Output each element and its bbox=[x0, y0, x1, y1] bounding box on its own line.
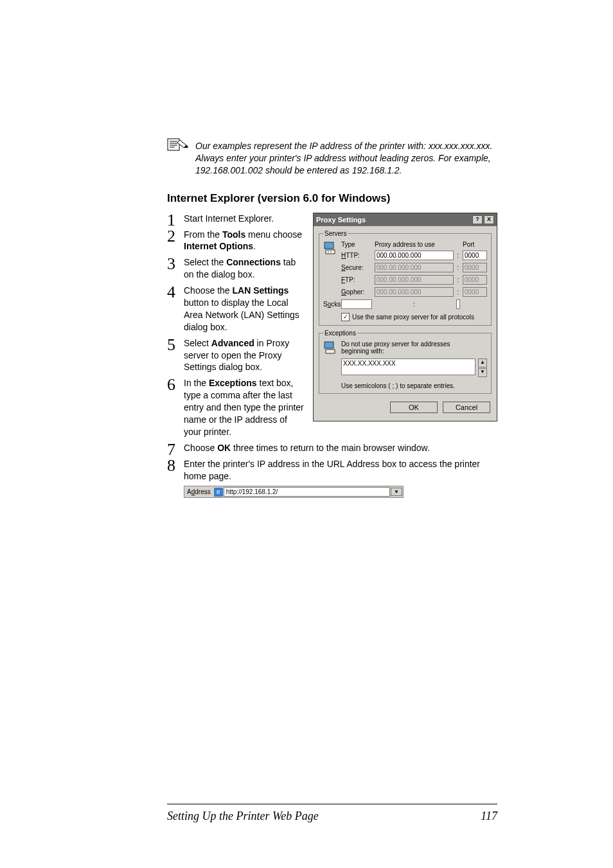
same-proxy-label: Use the same proxy server for all protoc… bbox=[352, 314, 474, 321]
ie-page-icon: e bbox=[214, 488, 223, 497]
exceptions-legend: Exceptions bbox=[323, 330, 357, 337]
svg-point-10 bbox=[330, 251, 332, 252]
svg-rect-7 bbox=[324, 242, 333, 249]
address-label: Address bbox=[184, 487, 213, 497]
step-7: Choose OK three times to return to the m… bbox=[167, 442, 497, 454]
note-block: Our examples represent the IP address of… bbox=[167, 140, 497, 177]
svg-rect-0 bbox=[168, 139, 179, 150]
help-button[interactable]: ? bbox=[472, 215, 483, 224]
note-pencil-icon bbox=[167, 137, 189, 154]
servers-group: Servers Type Proxy address to use bbox=[319, 230, 492, 326]
ftp-label: FTP: bbox=[341, 276, 372, 283]
step-6: In the Exceptions text box, type a comma… bbox=[167, 377, 304, 438]
scroll-up-icon[interactable]: ▲ bbox=[478, 359, 487, 368]
gopher-address-input bbox=[375, 287, 454, 297]
gopher-label: Gopher: bbox=[341, 288, 372, 296]
exceptions-textarea[interactable] bbox=[341, 359, 475, 375]
proxy-title-text: Proxy Settings bbox=[316, 216, 366, 224]
scroll-down-icon[interactable]: ▼ bbox=[478, 368, 487, 377]
same-proxy-checkbox[interactable]: ✓ bbox=[341, 313, 350, 321]
footer-title: Setting Up the Printer Web Page bbox=[167, 810, 319, 823]
step-2: From the Tools menu choose Internet Opti… bbox=[167, 229, 304, 253]
step-1: Start Internet Explorer. bbox=[167, 213, 304, 225]
svg-point-9 bbox=[328, 251, 329, 252]
proxy-settings-window: Proxy Settings ? X Servers bbox=[313, 213, 497, 421]
exceptions-group: Exceptions Do not use proxy server for a… bbox=[319, 330, 492, 394]
separator-note: Use semicolons ( ; ) to separate entries… bbox=[341, 380, 475, 389]
step-3: Select the Connections tab on the dialog… bbox=[167, 256, 304, 281]
address-url-input[interactable]: http://192.168.1.2/ bbox=[224, 487, 390, 497]
exceptions-label: Do not use proxy server for addresses be… bbox=[341, 341, 475, 355]
http-label: HTTP: bbox=[341, 252, 372, 259]
address-dropdown-icon[interactable]: ▼ bbox=[391, 488, 402, 496]
servers-legend: Servers bbox=[323, 230, 348, 237]
proxy-titlebar: Proxy Settings ? X bbox=[314, 213, 497, 226]
servers-icon bbox=[323, 241, 339, 255]
gopher-port-input bbox=[463, 287, 487, 297]
secure-label: Secure: bbox=[341, 264, 372, 271]
steps-list: Start Internet Explorer. From the Tools … bbox=[167, 213, 304, 438]
http-port-input[interactable] bbox=[463, 251, 487, 260]
ftp-port-input bbox=[463, 275, 487, 285]
address-bar: Address e http://192.168.1.2/ ▼ bbox=[184, 486, 404, 498]
socks-address-input[interactable] bbox=[341, 299, 372, 309]
step-4: Choose the LAN Settings button to displa… bbox=[167, 285, 304, 333]
step-8: Enter the printer's IP address in the UR… bbox=[167, 458, 497, 483]
http-address-input[interactable] bbox=[375, 251, 454, 260]
cancel-button[interactable]: Cancel bbox=[443, 402, 490, 413]
ftp-address-input bbox=[375, 275, 454, 285]
note-text: Our examples represent the IP address of… bbox=[195, 140, 497, 177]
exceptions-icon bbox=[323, 341, 339, 356]
footer-page-number: 117 bbox=[481, 810, 497, 823]
address-header: Proxy address to use bbox=[375, 241, 454, 248]
steps-list-continued: Choose OK three times to return to the m… bbox=[167, 442, 497, 483]
port-header: Port bbox=[463, 241, 487, 248]
page-footer: Setting Up the Printer Web Page 117 bbox=[167, 804, 497, 823]
section-heading: Internet Explorer (version 6.0 for Windo… bbox=[167, 192, 497, 205]
secure-port-input bbox=[463, 263, 487, 272]
socks-label: Socks: bbox=[323, 301, 339, 308]
secure-address-input bbox=[375, 263, 454, 272]
svg-rect-12 bbox=[326, 350, 335, 353]
svg-rect-11 bbox=[324, 342, 333, 348]
close-button[interactable]: X bbox=[484, 215, 494, 224]
type-header: Type bbox=[341, 241, 372, 248]
step-5: Select Advanced in Proxy server to open … bbox=[167, 337, 304, 374]
ok-button[interactable]: OK bbox=[390, 402, 438, 413]
socks-port-input[interactable] bbox=[456, 299, 460, 309]
